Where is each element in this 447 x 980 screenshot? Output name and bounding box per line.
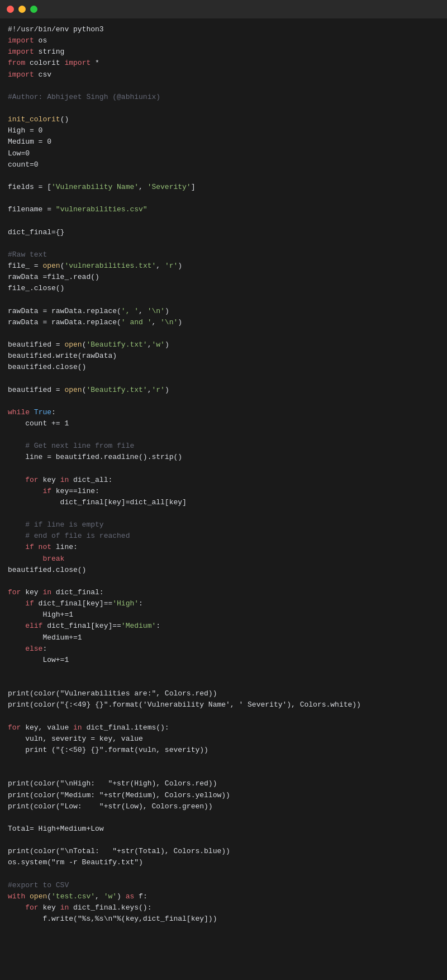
print-total-line: print(color("\nTotal: "+str(Total), Colo… bbox=[8, 847, 230, 867]
print-vuln-header: print(color("Vulnerabilities are:", Colo… bbox=[8, 689, 361, 709]
code-window: #!/usr/bin/env python3 import os import … bbox=[0, 0, 447, 980]
import-kw-2: import bbox=[8, 48, 34, 56]
close-dot[interactable] bbox=[7, 6, 14, 13]
init-call: init_colorit bbox=[8, 115, 60, 124]
line-readline: line = beautified.readline().strip() bbox=[8, 453, 182, 461]
medium-var: Medium = 0 bbox=[8, 138, 51, 146]
print-high-line: print(color("\nHigh: "+str(High), Colors… bbox=[8, 779, 230, 810]
shebang-line: #!/usr/bin/env python3 bbox=[8, 25, 104, 34]
fwrite-line: f.write("%s,%s\n"%(key,dict_final[key])) bbox=[8, 915, 217, 923]
if-kw-1: if bbox=[8, 487, 51, 495]
count-var: count=0 bbox=[8, 160, 39, 169]
high-increment: High+=1 bbox=[8, 610, 73, 619]
title-bar bbox=[0, 0, 447, 18]
for-kw-4: for bbox=[8, 903, 39, 912]
if-not-kw: if not bbox=[8, 543, 51, 551]
elif-medium-kw: elif bbox=[8, 622, 42, 630]
rawdata-replace-2: rawData = rawData.replace( bbox=[8, 318, 121, 326]
low-var: Low=0 bbox=[8, 149, 30, 158]
break-kw: break bbox=[8, 555, 64, 563]
beautified-open-w: beautified = bbox=[8, 340, 64, 349]
print-vuln-line: print ("{:<50} {}".format(vuln, severity… bbox=[8, 746, 208, 754]
minimize-dot[interactable] bbox=[18, 6, 26, 13]
vuln-severity-assign: vuln, severity = key, value bbox=[8, 735, 143, 743]
total-calc: Total= High+Medium+Low bbox=[8, 825, 104, 833]
beautified-close-2: beautified.close() bbox=[8, 566, 86, 574]
low-increment: Low+=1 bbox=[8, 656, 69, 664]
if-line-empty-comment: # if line is empty bbox=[8, 520, 104, 529]
for-kw-2: for bbox=[8, 588, 21, 596]
for-kw-3: for bbox=[8, 723, 21, 732]
for-kw-1: for bbox=[8, 476, 39, 484]
beautified-open-r: beautified = bbox=[8, 386, 64, 394]
import-kw-1: import bbox=[8, 36, 34, 45]
while-kw: while bbox=[8, 408, 30, 416]
import-kw-3: import bbox=[8, 70, 34, 79]
rawdata-replace-1: rawData = rawData.replace( bbox=[8, 307, 121, 315]
file-close-1: file_.close() bbox=[8, 284, 64, 292]
file-open-line: file_ = bbox=[8, 262, 42, 270]
if-high-kw: if bbox=[8, 599, 34, 608]
beautified-close-1: beautified.close() bbox=[8, 363, 86, 371]
raw-text-comment: #Raw text bbox=[8, 250, 47, 259]
end-of-file-comment: # end of file is reached bbox=[8, 532, 130, 540]
else-kw: else bbox=[8, 645, 42, 653]
fields-line: fields = [ bbox=[8, 183, 51, 191]
dict-final-line: dict_final={} bbox=[8, 228, 64, 236]
rawdata-read-line: rawData =file_.read() bbox=[8, 273, 99, 281]
medium-increment: Medium+=1 bbox=[8, 633, 82, 642]
filename-line: filename = bbox=[8, 205, 56, 214]
get-next-comment: # Get next line from file bbox=[8, 442, 134, 450]
with-kw: with bbox=[8, 892, 25, 901]
count-increment: count += 1 bbox=[8, 419, 69, 428]
dict-final-assign: dict_final[key]=dict_all[key] bbox=[8, 498, 187, 506]
from-kw: from bbox=[8, 59, 25, 67]
beautified-write: beautified.write(rawData) bbox=[8, 352, 117, 360]
export-csv-comment: #export to CSV bbox=[8, 881, 69, 889]
author-comment: #Author: Abhijeet Singh (@abhiunix) bbox=[8, 93, 160, 101]
code-content: #!/usr/bin/env python3 import os import … bbox=[0, 18, 447, 930]
maximize-dot[interactable] bbox=[30, 6, 37, 13]
high-var: High = 0 bbox=[8, 126, 42, 135]
